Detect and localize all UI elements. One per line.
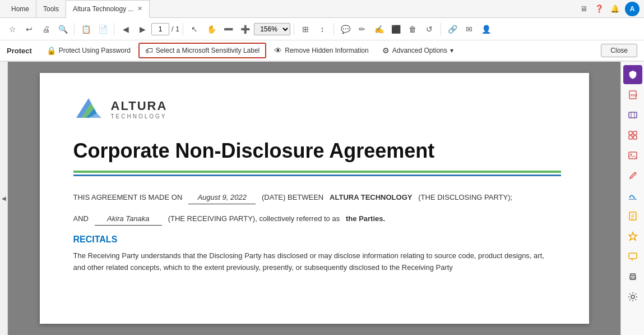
advanced-options-label: Advanced Options: [392, 47, 447, 54]
protect-bar: Protect 🔒 Protect Using Password 🏷 Selec…: [0, 40, 644, 62]
toolbar-group-annot: 💬 ✏ ✍ ⬛ 🗑 ↺: [337, 21, 437, 37]
sidebar-settings-icon[interactable]: [623, 287, 642, 306]
remove-hidden-btn[interactable]: 👁 Remove Hidden Information: [268, 43, 374, 58]
sidebar-grid-icon[interactable]: [623, 126, 642, 145]
svg-rect-16: [629, 212, 636, 220]
share-btn[interactable]: 🔗: [444, 21, 460, 37]
copy-btn[interactable]: 📋: [78, 21, 94, 37]
recitals-text: The Receiving Party understands that the…: [73, 250, 555, 274]
sidebar-pen-icon[interactable]: [623, 166, 642, 185]
next-page-btn[interactable]: ▶: [135, 21, 150, 37]
protect-password-label: Protect Using Password: [59, 47, 131, 54]
undo-btn[interactable]: ↺: [421, 21, 437, 37]
sensitivity-label-btn[interactable]: 🏷 Select a Microsoft Sensitivity Label: [138, 43, 266, 58]
back-btn[interactable]: ↩: [21, 21, 37, 37]
sidebar-pdf-icon[interactable]: PDF: [623, 85, 642, 104]
password-icon: 🔒: [47, 46, 56, 55]
svg-rect-6: [629, 112, 637, 118]
sign-btn[interactable]: ✍: [371, 21, 387, 37]
protect-label: Protect: [7, 47, 32, 55]
layout-btn[interactable]: ⊞: [298, 21, 313, 37]
sidebar-star-icon[interactable]: [623, 227, 642, 246]
cursor-btn[interactable]: ↖: [187, 21, 202, 37]
left-collapse-arrow[interactable]: ◀: [0, 62, 8, 335]
agreement-line2: AND Akira Tanaka (THE RECEIVING PARTY), …: [73, 213, 555, 226]
mail-btn[interactable]: ✉: [461, 21, 477, 37]
advanced-options-btn[interactable]: ⚙ Advanced Options ▾: [377, 43, 459, 58]
green-line: [73, 171, 561, 173]
sidebar-print-icon[interactable]: [623, 267, 642, 286]
comment-btn[interactable]: 💬: [337, 21, 353, 37]
page-input[interactable]: [151, 23, 169, 35]
toolbar-group-right: 🔗 ✉ 👤: [444, 21, 494, 37]
agreement-parties: the Parties.: [346, 214, 385, 223]
sep2: [114, 23, 114, 35]
tab-bar-right: 🖥 ❓ 🔔 A: [578, 2, 640, 16]
agreement-receiving-field: Akira Tanaka: [95, 213, 162, 226]
sidebar-protect-icon[interactable]: [623, 65, 642, 84]
svg-rect-9: [629, 131, 632, 135]
notification-icon[interactable]: 🔔: [609, 3, 620, 15]
sep5: [333, 23, 334, 35]
help-icon[interactable]: ❓: [594, 3, 605, 15]
sep1: [74, 23, 75, 35]
zoom-out-btn[interactable]: 🔍: [55, 21, 71, 37]
logo-name: ALTURA: [111, 99, 168, 113]
sep4: [294, 23, 294, 35]
erase-btn[interactable]: 🗑: [405, 21, 420, 37]
close-button[interactable]: Close: [601, 44, 637, 57]
star-btn[interactable]: ☆: [4, 21, 20, 37]
tab-tools[interactable]: Tools: [36, 0, 66, 18]
svg-marker-20: [629, 232, 637, 240]
sidebar-sign-icon[interactable]: [623, 186, 642, 205]
logo-text: ALTURA TECHNOLOGY: [111, 99, 168, 120]
new-doc-btn[interactable]: 📄: [95, 21, 110, 37]
zoom-select[interactable]: 156%: [254, 23, 290, 35]
sidebar-chart-icon[interactable]: [623, 206, 642, 226]
tab-bar: Home Tools Altura Technology ... ✕ 🖥 ❓ 🔔…: [0, 0, 644, 18]
toolbar-group-page: ◀ ▶ / 1: [118, 21, 179, 37]
main-toolbar: ☆ ↩ 🖨 🔍 📋 📄 ◀ ▶ / 1 ↖ ✋ ➖ ➕ 156% ⊞ ↕ 💬 ✏: [0, 18, 644, 40]
tab-active-label: Altura Technology ...: [73, 5, 134, 13]
sidebar-comment-icon[interactable]: [623, 247, 642, 266]
page-separator: /: [172, 25, 173, 33]
page-nav: / 1: [151, 23, 179, 35]
svg-rect-21: [629, 253, 637, 259]
tab-close-icon[interactable]: ✕: [137, 5, 142, 12]
doc-title: Corporate Non-Disclosure Agreement: [73, 139, 555, 163]
svg-point-24: [631, 295, 634, 299]
toolbar-group-nav: ☆ ↩ 🖨 🔍: [4, 21, 71, 37]
prev-page-btn[interactable]: ◀: [118, 21, 133, 37]
highlight-btn[interactable]: ⬛: [388, 21, 404, 37]
agreement-receiving-label: (THE RECEIVING PARTY), collectively refe…: [168, 214, 340, 223]
zoom-minus-btn[interactable]: ➖: [220, 21, 236, 37]
scroll-btn[interactable]: ↕: [314, 21, 330, 37]
tab-home-label: Home: [11, 5, 29, 13]
tab-active[interactable]: Altura Technology ... ✕: [66, 0, 150, 18]
agreement-line1: THIS AGREEMENT IS MADE ON August 9, 2022…: [73, 192, 555, 204]
avatar[interactable]: A: [625, 2, 640, 16]
logo-sub: TECHNOLOGY: [111, 113, 168, 120]
sidebar-share-icon[interactable]: [623, 105, 642, 125]
screen-icon[interactable]: 🖥: [578, 3, 589, 15]
zoom-plus-btn[interactable]: ➕: [237, 21, 253, 37]
remove-hidden-icon: 👁: [274, 46, 282, 55]
sidebar-image-icon[interactable]: [623, 146, 642, 165]
right-sidebar: PDF: [620, 62, 644, 335]
pen-btn[interactable]: ✏: [354, 21, 370, 37]
hand-btn[interactable]: ✋: [203, 21, 219, 37]
tab-tools-label: Tools: [43, 5, 59, 13]
svg-rect-23: [631, 277, 634, 279]
agreement-and: AND: [73, 214, 89, 223]
protect-password-btn[interactable]: 🔒 Protect Using Password: [41, 43, 136, 58]
agreement-party: ALTURA TECHNOLOGY: [330, 193, 412, 201]
svg-text:PDF: PDF: [631, 94, 637, 97]
tab-home[interactable]: Home: [4, 0, 36, 18]
toolbar-group-tools: ↖ ✋ ➖ ➕ 156%: [187, 21, 290, 37]
print-btn[interactable]: 🖨: [38, 21, 54, 37]
remove-hidden-label: Remove Hidden Information: [285, 47, 368, 54]
svg-rect-13: [629, 152, 637, 159]
agreement-prefix: THIS AGREEMENT IS MADE ON: [73, 193, 183, 201]
account-btn[interactable]: 👤: [478, 21, 494, 37]
advanced-chevron-icon: ▾: [450, 47, 453, 54]
